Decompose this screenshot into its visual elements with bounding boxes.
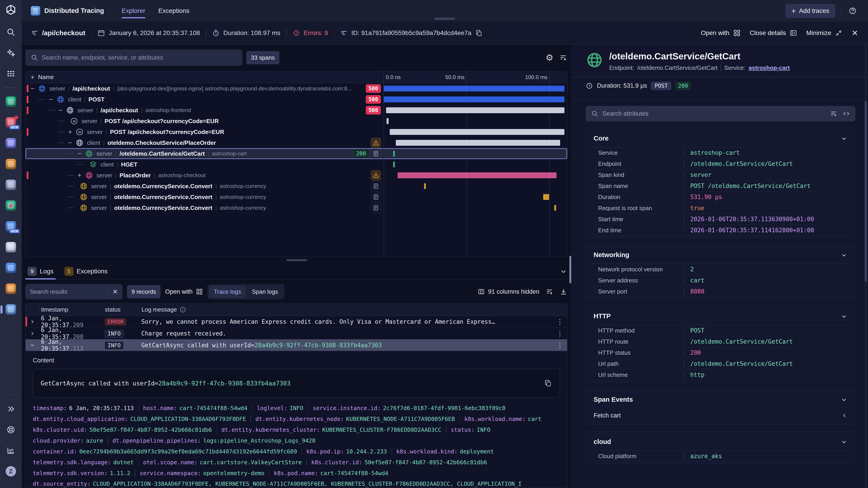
search-icon[interactable] [4,25,18,39]
code-view-icon[interactable] [843,110,850,117]
settings-gear-icon[interactable]: ⚙ [546,53,553,62]
close-details-button[interactable]: Close details [750,29,797,37]
warning-icon[interactable] [371,138,381,148]
waterfall-logs-resize-handle[interactable] [22,257,572,263]
span-row[interactable]: −client|POST500 [26,94,567,105]
logs-icon[interactable] [371,181,381,191]
attribute-row[interactable]: HTTP status200 [593,347,848,358]
row-menu-icon[interactable]: ⋮ [553,329,567,337]
log-row[interactable]: 6 Jan, 20:35:37.209ERRORSorry, we cannot… [26,316,567,328]
filter-lines-icon[interactable] [830,110,837,117]
attribute-row[interactable]: Serviceastroshop-cart [593,147,848,158]
attribute-row[interactable]: HTTP route/oteldemo.CartService/GetCart [593,336,848,347]
section-header[interactable]: Core [593,134,848,147]
download-icon[interactable] [560,288,567,295]
format-lines-icon[interactable] [546,288,553,295]
span-bar[interactable] [543,194,549,200]
span-bar[interactable] [424,183,426,189]
copy-icon[interactable] [475,29,483,37]
span-row[interactable]: server|oteldemo.CurrencyService.Convert|… [26,181,567,192]
row-menu-icon[interactable]: ⋮ [553,318,567,326]
attribute-pair[interactable]: service.namespace:opentelemetry-demo [140,470,265,477]
logs-search-input[interactable] [25,288,107,295]
span-row[interactable]: client|HGET [26,159,567,170]
collapse-icon[interactable]: − [48,96,55,103]
span-bar[interactable] [386,107,564,113]
attribute-pair[interactable]: dt.openpipeline.pipelines:logs:pipeline_… [113,437,315,444]
panel-drag-handle[interactable] [434,18,455,20]
collapse-icon[interactable]: − [57,107,64,114]
section-header[interactable]: Span Events [593,395,848,408]
app-purple-stack[interactable] [4,136,18,151]
attribute-row[interactable]: End time2026-01-06T20:35:37.114162800+01… [593,225,848,236]
columns-hidden-button[interactable]: 91 columns hidden [477,288,539,295]
view-options-icon[interactable] [559,54,567,62]
attribute-row[interactable]: Endpoint/oteldemo.CartService/GetCart [593,158,848,169]
span-bar[interactable] [393,151,395,157]
details-scrollbar[interactable] [865,101,867,282]
attribute-row[interactable]: Network protocol version2 [593,264,848,275]
attribute-row[interactable]: Url path/oteldemo.CartService/GetCart [593,358,848,369]
view-span-logs[interactable]: Span logs [247,286,283,298]
activity-chart-icon[interactable] [4,443,18,458]
span-bar[interactable] [390,129,564,135]
attribute-row[interactable]: Server addresscart [593,275,848,286]
attribute-row[interactable]: Server port8080 [593,286,848,297]
app-slate-card[interactable] [4,177,18,192]
close-icon[interactable]: ✕ [852,29,858,37]
section-header[interactable]: Networking [593,250,848,264]
attribute-pair[interactable]: service.instance.id:2c76f7d6-0187-4fdf-9… [313,405,505,412]
app-red-problems[interactable]: NEW [4,115,18,130]
attribute-pair[interactable]: k8s.cluster.id:50ef5e87-f847-4b87-8952-4… [311,459,487,466]
minimize-button[interactable]: Minimize [806,29,842,37]
collapse-icon[interactable]: − [67,139,73,147]
span-search-input[interactable] [41,54,237,61]
logs-open-with-button[interactable]: Open with [165,288,203,295]
attribute-pair[interactable]: k8s.cluster.uid:50ef5e87-f847-4b87-8952-… [33,427,212,433]
copy-icon[interactable] [544,379,552,387]
span-row[interactable]: +JSserver|POST /api/checkout?currencyCod… [26,127,567,137]
span-row[interactable]: JSserver|POST /api/checkout?currencyCode… [26,116,567,127]
span-row[interactable]: −server|/oteldemo.CartService/GetCart|as… [26,148,567,159]
attribute-row[interactable]: Span namePOST /oteldemo.CartService/GetC… [593,181,848,192]
collapse-icon[interactable]: − [76,150,83,157]
span-row[interactable]: server|oteldemo.CurrencyService.Convert|… [26,202,567,213]
section-header[interactable]: cloud [593,437,848,451]
section-header[interactable]: HTTP [593,312,848,325]
help-ring-icon[interactable] [4,422,18,437]
ai-sparkles-icon[interactable] [4,46,18,60]
attribute-row[interactable]: Request is root spantrue [593,203,848,214]
attribute-pair[interactable]: dt.entity.kubernetes_cluster:KUBERNETES_… [221,427,441,433]
row-menu-icon[interactable]: ⋮ [553,341,567,349]
service-link[interactable]: astroshop-cart [749,64,790,71]
logs-icon[interactable] [371,203,381,213]
attribute-pair[interactable]: k8s.pod.ip:10.244.2.233 [306,448,387,455]
expand-icon[interactable]: + [67,128,73,135]
tab-explorer[interactable]: Explorer [117,0,150,22]
attribute-row[interactable]: Cloud platformazure_aks [593,451,848,462]
attribute-pair[interactable]: dt.source_entity:CLOUD_APPLICATION-338AA… [33,481,522,487]
attribute-pair[interactable]: status:INFO [451,427,491,433]
app-orange-layers[interactable] [4,282,18,296]
tab-exceptions[interactable]: Exceptions [153,0,194,22]
open-with-button[interactable]: Open with [701,29,741,37]
attribute-row[interactable]: Span kindserver [593,169,848,181]
attribute-row[interactable]: Url schemehttp [593,369,848,381]
attribute-pair[interactable]: host.name:cart-745474f88-54wd4 [143,405,248,412]
log-row[interactable]: 6 Jan, 20:35:37.113INFOGetCartAsync call… [26,339,567,351]
collapse-icon[interactable]: − [29,85,36,92]
span-bar[interactable] [383,96,564,102]
attribute-search[interactable] [586,106,855,121]
attribute-row[interactable]: Start time2026-01-06T20:35:37.113630900+… [593,214,848,225]
attribute-pair[interactable]: telemetry.sdk.language:dotnet [33,459,134,466]
app-distributed-tracing[interactable] [4,302,18,317]
collapse-section-icon[interactable] [560,267,567,275]
span-bar[interactable] [383,86,564,92]
attribute-pair[interactable]: otel.scope.name:cart.cartstore.ValkeyCar… [143,459,302,466]
attribute-row[interactable]: Duration531.90 μs [593,192,848,203]
span-bar[interactable] [398,172,557,178]
attribute-pair[interactable]: cloud.provider:azure [33,437,103,444]
view-trace-logs[interactable]: Trace logs [209,286,246,298]
app-green-screens[interactable] [4,94,18,109]
attribute-search-input[interactable] [602,110,826,117]
